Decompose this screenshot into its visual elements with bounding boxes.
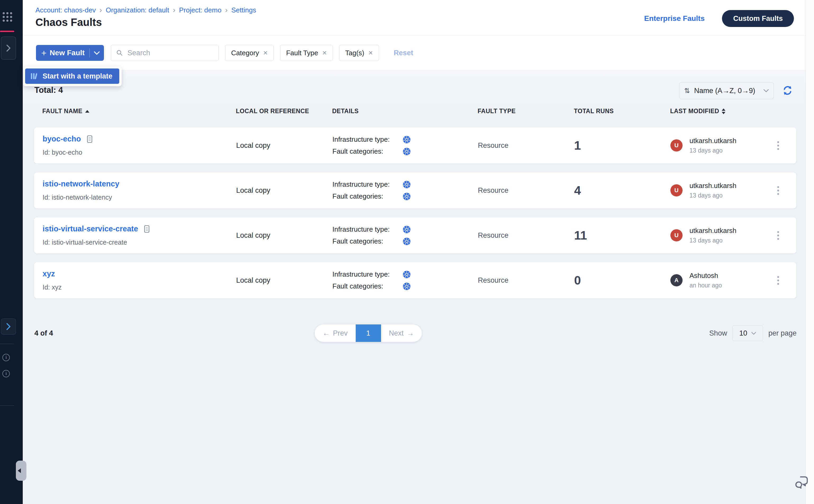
avatar: A (670, 274, 683, 286)
fault-name-link[interactable]: byoc-echo (43, 135, 81, 143)
header-actions: Enterprise Faults Custom Faults (644, 10, 794, 27)
row-actions-menu-button[interactable] (775, 273, 782, 287)
divider (89, 48, 90, 57)
fault-name-link[interactable]: xyz (43, 269, 55, 278)
infrastructure-type-label: Infrastructure type: (332, 225, 399, 233)
modified-by: Ashutosh (689, 272, 722, 280)
expand-settings-button[interactable] (1, 318, 16, 335)
infrastructure-type-label: Infrastructure type: (332, 180, 399, 189)
arrow-left-icon: ← (323, 329, 330, 337)
page-title: Chaos Faults (35, 16, 102, 28)
new-fault-button[interactable]: + New Fault (36, 45, 104, 61)
fault-name-link[interactable]: istio-network-latency (43, 180, 119, 188)
list-body: Total: 4 ⇅ Name (A→Z, 0→9) (23, 71, 806, 504)
fault-table-body: byoc-echo Id: byoc-echo Local copy Infra… (34, 127, 797, 299)
left-nav-rail: i i (0, 0, 23, 504)
divider (0, 405, 14, 406)
active-module-indicator (0, 31, 14, 32)
manifest-icon[interactable] (143, 225, 150, 233)
breadcrumb-project-link[interactable]: Project: demo (179, 6, 221, 14)
sort-asc-icon (85, 110, 89, 113)
details-cell: Infrastructure type: Fault categories: (332, 180, 478, 200)
kubernetes-icon[interactable] (403, 136, 411, 144)
sort-select[interactable]: ⇅ Name (A→Z, 0→9) (679, 82, 774, 99)
breadcrumb-settings-link[interactable]: Settings (231, 6, 256, 14)
fault-categories-label: Fault categories: (332, 192, 399, 200)
filter-chip-category[interactable]: Category × (225, 45, 274, 61)
reset-filters-button[interactable]: Reset (394, 49, 413, 57)
column-header-details: DETAILS (332, 108, 478, 115)
per-page-controls: Show 10 per page (709, 324, 797, 342)
chat-bubbles-icon (794, 475, 809, 489)
last-modified-cell: U utkarsh.utkarsh 13 days ago (670, 137, 768, 154)
modified-time: 13 days ago (689, 237, 737, 244)
page-header: Account: chaos-dev › Organization: defau… (23, 0, 806, 35)
arrow-left-icon (18, 468, 21, 473)
last-modified-cell: U utkarsh.utkarsh 13 days ago (670, 227, 768, 244)
close-icon[interactable]: × (322, 49, 327, 57)
chevron-right-icon (6, 323, 11, 330)
page-size-select[interactable]: 10 (732, 325, 763, 341)
column-header-fault-name[interactable]: FAULT NAME (42, 108, 236, 115)
manifest-icon[interactable] (86, 135, 93, 143)
column-header-last-modified[interactable]: LAST MODIFIED (670, 108, 768, 115)
close-icon[interactable]: × (263, 49, 268, 57)
kubernetes-icon[interactable] (403, 282, 411, 290)
avatar: U (670, 229, 683, 241)
breadcrumb-separator: › (99, 6, 102, 14)
close-icon[interactable]: × (369, 49, 373, 57)
search-input[interactable] (111, 45, 219, 61)
search-icon (116, 49, 123, 56)
next-page-button[interactable]: Next → (381, 324, 422, 342)
module-grid-icon[interactable] (3, 12, 12, 22)
info-icon[interactable]: i (2, 354, 10, 361)
total-count: Total: 4 (34, 85, 63, 95)
fault-id: Id: byoc-echo (43, 149, 236, 156)
details-cell: Infrastructure type: Fault categories: (332, 270, 478, 290)
fault-name-link[interactable]: istio-virtual-service-create (43, 224, 138, 233)
pager: ← Prev 1 Next → (315, 324, 422, 342)
column-header-local-or-reference: LOCAL OR REFERENCE (236, 108, 332, 115)
fault-categories-label: Fault categories: (332, 147, 399, 155)
support-chat-button[interactable] (794, 475, 809, 489)
kubernetes-icon[interactable] (403, 226, 411, 233)
total-runs-value: 0 (574, 273, 670, 287)
enterprise-faults-link[interactable]: Enterprise Faults (644, 14, 705, 23)
template-library-icon (30, 72, 38, 80)
expand-nav-button[interactable] (1, 36, 16, 60)
details-cell: Infrastructure type: Fault categories: (332, 225, 478, 245)
fault-categories-label: Fault categories: (332, 237, 399, 245)
kubernetes-icon[interactable] (403, 148, 411, 155)
refresh-button[interactable] (782, 85, 793, 97)
infrastructure-type-label: Infrastructure type: (332, 135, 399, 144)
total-runs-value: 1 (574, 138, 670, 153)
custom-faults-button[interactable]: Custom Faults (722, 10, 794, 27)
page-1-button[interactable]: 1 (356, 324, 381, 342)
fault-id: Id: xyz (43, 283, 236, 291)
total-runs-value: 4 (574, 183, 670, 198)
collapse-sidebar-handle[interactable] (16, 461, 26, 481)
row-actions-menu-button[interactable] (775, 184, 782, 198)
info-icon[interactable]: i (2, 370, 10, 377)
fault-type-value: Resource (478, 231, 574, 240)
chevron-down-icon[interactable] (94, 51, 100, 55)
start-with-template-menu-item[interactable]: Start with a template (25, 68, 119, 84)
divider (0, 344, 14, 344)
infrastructure-type-label: Infrastructure type: (332, 270, 399, 278)
local-or-reference-value: Local copy (236, 276, 332, 285)
pagination: 4 of 4 ← Prev 1 Next → Show 10 (23, 324, 806, 343)
breadcrumb-organization-link[interactable]: Organization: default (106, 6, 169, 14)
filter-chip-fault-type[interactable]: Fault Type × (280, 45, 333, 61)
breadcrumb-account-link[interactable]: Account: chaos-dev (35, 6, 96, 14)
row-actions-menu-button[interactable] (775, 228, 782, 242)
kubernetes-icon[interactable] (403, 193, 411, 200)
local-or-reference-value: Local copy (236, 186, 332, 195)
prev-page-button[interactable]: ← Prev (315, 324, 356, 342)
kubernetes-icon[interactable] (403, 181, 411, 189)
table-row: istio-network-latency Id: istio-network-… (34, 172, 797, 209)
kubernetes-icon[interactable] (403, 237, 411, 245)
kubernetes-icon[interactable] (403, 271, 411, 278)
row-actions-menu-button[interactable] (775, 139, 782, 153)
filter-chip-tags[interactable]: Tag(s) × (339, 45, 379, 61)
last-modified-cell: A Ashutosh an hour ago (670, 272, 768, 289)
